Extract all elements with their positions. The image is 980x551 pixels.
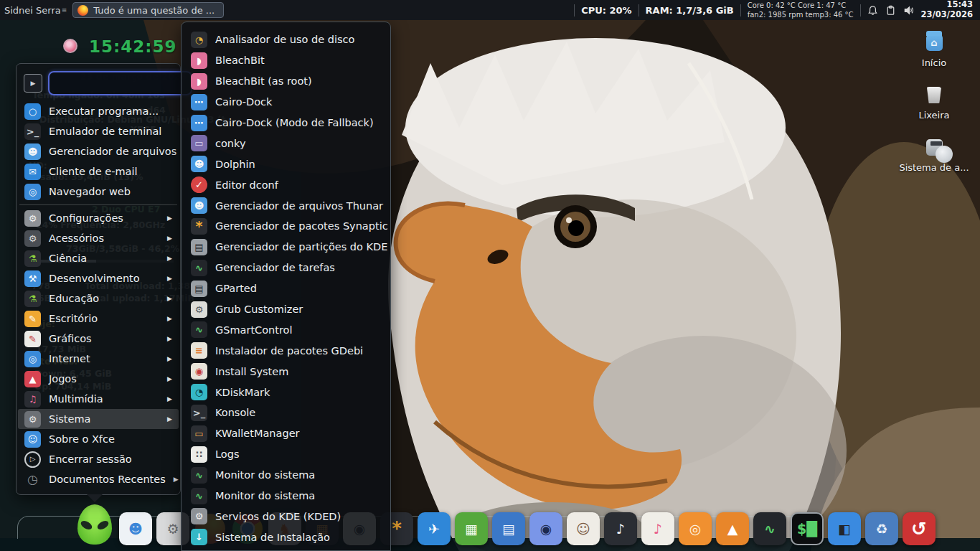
filesystem-drive-icon <box>926 139 943 156</box>
submenu-item[interactable]: ∿ Gerenciador de tarefas <box>184 258 387 278</box>
menu-item[interactable]: ⚙ Sistema ▶ <box>18 409 179 429</box>
sensors-indicator[interactable]: Core 0: 42 °C Core 1: 47 °C fan2: 1985 r… <box>748 1 854 19</box>
submenu-item[interactable]: ✓ Editor dconf <box>184 174 387 195</box>
desktop-icon[interactable]: Lixeira <box>918 87 949 121</box>
submenu-item[interactable]: * Gerenciador de pacotes Synaptic <box>184 216 387 237</box>
menu-item[interactable]: ⚗ Educação ▶ <box>18 288 179 309</box>
menu-item[interactable]: ◎ Internet ▶ <box>18 349 179 369</box>
menu-item[interactable]: ○ Executar programa... <box>18 101 179 121</box>
menu-item[interactable]: ⚗ Ciência ▶ <box>18 248 179 268</box>
submenu-item[interactable]: ↓ Sistema de Instalação <box>184 527 387 547</box>
submenu-item[interactable]: ▭ KWalletManager <box>184 423 387 444</box>
submenu-item[interactable]: ∿ GSmartControl <box>184 319 387 340</box>
libreoffice-calc-icon[interactable]: ▦ <box>455 512 488 545</box>
file-manager-icon[interactable]: ☻ <box>119 512 152 545</box>
submenu-arrow-icon: ▶ <box>167 415 172 423</box>
submenu-item[interactable]: ◗ BleachBit (as root) <box>184 71 387 92</box>
science-icon: ⚗ <box>24 250 41 267</box>
submenu-item[interactable]: ⋯ Cairo-Dock (Modo de Fallback) <box>184 113 387 133</box>
submenu-item[interactable]: ⋯ Cairo-Dock <box>184 92 387 113</box>
desktop-icon[interactable]: ⌂ Início <box>922 34 946 68</box>
vlc-icon[interactable]: ▲ <box>716 512 749 545</box>
menu-item[interactable]: ⚙ Configurações ▶ <box>18 208 179 228</box>
cairo-dock-fallback-icon: ⋯ <box>191 115 207 131</box>
sensors-line2: fan2: 1985 rpm temp3: 46 °C <box>748 10 854 19</box>
submenu-item[interactable]: ≡ Instalador de pacotes GDebi <box>184 340 387 361</box>
submenu-item-label: Cairo-Dock <box>215 96 272 108</box>
menu-item-label: Gerenciador de arquivos <box>49 146 176 157</box>
menu-item[interactable]: >_ Emulador de terminal <box>18 121 179 141</box>
submenu-item-label: Instalador de pacotes GDebi <box>215 345 363 357</box>
falkon-browser-icon[interactable]: ✈ <box>418 512 451 545</box>
menu-item[interactable]: ⚒ Desenvolvimento ▶ <box>18 268 179 288</box>
install-system-icon: ◉ <box>191 363 207 380</box>
terminal-icon[interactable]: $█ <box>791 512 824 545</box>
submenu-arrow-icon: ▶ <box>167 275 172 282</box>
menu-item[interactable]: ▷ Encerrar sessão <box>18 449 179 469</box>
volume-icon[interactable] <box>903 4 915 16</box>
submenu-item[interactable]: ⚙ Grub Customizer <box>184 299 387 320</box>
submenu-item[interactable]: ∿ Monitor do sistema <box>184 465 387 486</box>
menu-item[interactable]: ☻ Gerenciador de arquivos <box>18 141 179 161</box>
music-player-icon[interactable]: ♪ <box>604 512 637 545</box>
menu-item-label: Executar programa... <box>49 105 159 117</box>
desktop-icon[interactable]: Sistema de a... <box>899 139 969 173</box>
notifications-bell-icon[interactable] <box>867 4 879 16</box>
menu-item[interactable]: ✎ Escritório ▶ <box>18 309 179 329</box>
menu-item[interactable]: ✉ Cliente de e-mail <box>18 161 179 182</box>
menu-item[interactable]: ☺ Sobre o Xfce <box>18 429 179 449</box>
kdiskmark-icon: ◔ <box>191 384 207 400</box>
gparted-icon: ▤ <box>191 281 207 297</box>
menu-item-label: Navegador web <box>49 186 131 197</box>
submenu-item-label: Gerenciador de tarefas <box>215 262 335 273</box>
clipboard-icon[interactable] <box>885 4 897 16</box>
menu-search-input[interactable] <box>48 71 192 95</box>
disk-quadrant-icon[interactable]: ◧ <box>828 512 861 545</box>
menu-item[interactable]: ◷ Documentos Recentes ▶ <box>18 469 179 489</box>
submenu-item[interactable]: ⚙ Serviços do KDE (KDED) <box>184 506 387 527</box>
submenu-item[interactable]: ∷ Logs <box>184 444 387 465</box>
submenu-item[interactable]: ◉ Install System <box>184 361 387 382</box>
submenu-arrow-icon: ▶ <box>167 315 172 322</box>
menu-item[interactable]: ▲ Jogos ▶ <box>18 369 179 389</box>
menu-item[interactable]: ◎ Navegador web <box>18 182 179 202</box>
music-tagger-icon[interactable]: ♪ <box>641 512 674 545</box>
window-button[interactable]: Tudo é uma questão de ... <box>72 2 224 18</box>
menu-item[interactable]: ⚙ Acessórios ▶ <box>18 228 179 248</box>
clock[interactable]: 15:43 23/03/2026 <box>921 0 973 20</box>
synaptic-icon: * <box>191 218 207 235</box>
panel-menu-glyph: ≡ <box>62 6 67 14</box>
kde-partition-manager-icon: ▤ <box>191 239 207 255</box>
webcam-lens-icon[interactable]: ◉ <box>529 512 562 545</box>
system-monitor-icon: ∿ <box>191 467 207 484</box>
submenu-item[interactable]: ☻ Gerenciador de arquivos Thunar <box>184 195 387 216</box>
submenu-item[interactable]: ◗ BleachBit <box>184 50 387 71</box>
menu-item[interactable]: ♫ Multimídia ▶ <box>18 389 179 409</box>
clementine-icon[interactable]: ◎ <box>679 512 712 545</box>
submenu-item-label: BleachBit (as root) <box>215 75 312 87</box>
submenu-item[interactable]: ▤ Gerenciador de partições do KDE <box>184 237 387 258</box>
submenu-item[interactable]: ◔ KDiskMark <box>184 382 387 402</box>
menu-item-label: Documentos Recentes <box>49 474 166 485</box>
submenu-item-label: Gerenciador de arquivos Thunar <box>215 200 383 212</box>
ram-indicator[interactable]: RAM: 1,7/3,6 GiB <box>646 5 734 16</box>
menu-item-label: Jogos <box>49 373 77 385</box>
gimp-icon[interactable]: ☺ <box>567 512 600 545</box>
submenu-item[interactable]: >_ Konsole <box>184 402 387 423</box>
gsmartcontrol-icon: ∿ <box>191 321 207 338</box>
submenu-item[interactable]: ∿ Monitor do sistema <box>184 486 387 507</box>
settings-icon: ⚙ <box>24 210 41 227</box>
recycle-bin-icon[interactable]: ♻ <box>865 512 898 545</box>
menu-item-label: Configurações <box>49 212 123 224</box>
submenu-item-label: Editor dconf <box>215 179 278 191</box>
app-menu-alien-icon[interactable] <box>75 504 115 545</box>
menu-item[interactable]: ✎ Gráficos ▶ <box>18 329 179 349</box>
power-icon[interactable]: ↺ <box>903 512 936 545</box>
libreoffice-impress-icon[interactable]: ▤ <box>492 512 525 545</box>
submenu-item[interactable]: ☻ Dolphin <box>184 154 387 174</box>
submenu-item[interactable]: ▤ GParted <box>184 278 387 299</box>
submenu-item[interactable]: ◔ Analisador de uso de disco <box>184 29 387 50</box>
submenu-item[interactable]: ▭ conky <box>184 133 387 154</box>
cpu-indicator[interactable]: CPU: 20% <box>581 5 631 16</box>
system-monitor-icon[interactable]: ∿ <box>753 512 786 545</box>
